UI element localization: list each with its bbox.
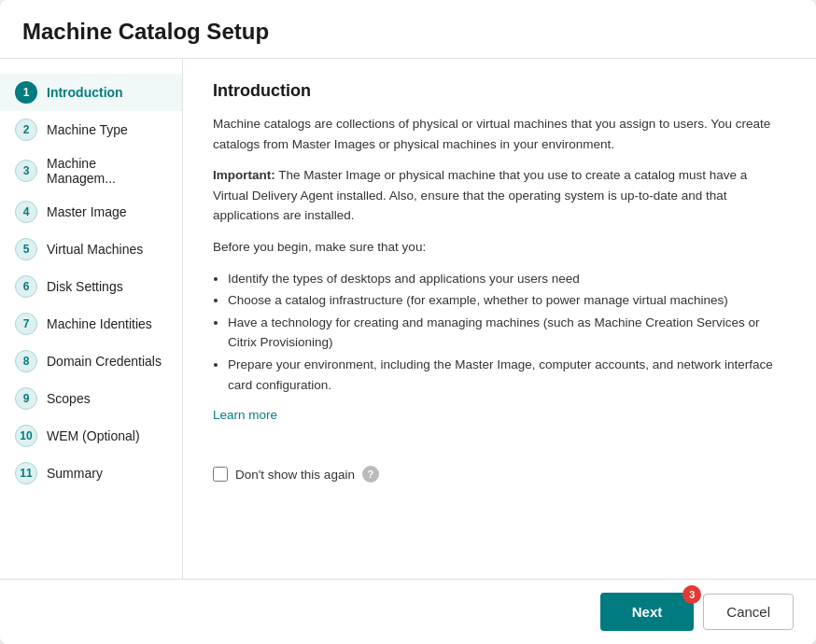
sidebar-item-wem[interactable]: 10 WEM (Optional)	[0, 417, 182, 455]
sidebar-label-10: WEM (Optional)	[47, 428, 140, 443]
sidebar-item-machine-type[interactable]: 2 Machine Type	[0, 111, 182, 148]
dialog-body: 1 Introduction 2 Machine Type 3 Machine …	[0, 59, 816, 579]
main-content: Introduction Machine catalogs are collec…	[183, 59, 816, 579]
dialog-header: Machine Catalog Setup	[0, 0, 816, 59]
sidebar-item-machine-management[interactable]: 3 Machine Managem...	[0, 148, 182, 193]
sidebar-item-virtual-machines[interactable]: 5 Virtual Machines	[0, 231, 182, 268]
step-badge-11: 11	[15, 462, 37, 484]
sidebar-item-domain-credentials[interactable]: 8 Domain Credentials	[0, 343, 182, 380]
step-badge-7: 7	[15, 313, 37, 335]
step-badge-8: 8	[15, 350, 37, 372]
step-badge-10: 10	[15, 425, 37, 447]
sidebar-item-master-image[interactable]: 4 Master Image	[0, 193, 182, 231]
learn-more-link[interactable]: Learn more	[213, 408, 277, 422]
step-badge-9: 9	[15, 387, 37, 410]
list-item: Prepare your environment, including the …	[228, 355, 786, 395]
content-title: Introduction	[213, 81, 786, 101]
list-item: Have a technology for creating and manag…	[228, 313, 786, 353]
sidebar-label-1: Introduction	[47, 85, 123, 100]
sidebar-item-machine-identities[interactable]: 7 Machine Identities	[0, 305, 182, 343]
sidebar-label-6: Disk Settings	[47, 279, 123, 294]
dont-show-checkbox[interactable]	[213, 467, 228, 482]
sidebar-item-summary[interactable]: 11 Summary	[0, 455, 182, 492]
list-item: Identify the types of desktops and appli…	[228, 269, 786, 289]
paragraph-2-rest: The Master Image or physical machine tha…	[213, 168, 747, 222]
next-button[interactable]: Next 3	[600, 593, 695, 631]
paragraph-2: Important: The Master Image or physical …	[213, 165, 786, 226]
list-item: Choose a catalog infrastructure (for exa…	[228, 290, 786, 311]
checkbox-row: Don't show this again ?	[213, 466, 786, 483]
content-section: Introduction Machine catalogs are collec…	[213, 81, 786, 436]
sidebar-item-introduction[interactable]: 1 Introduction	[0, 74, 182, 111]
content-body: Machine catalogs are collections of phys…	[213, 114, 786, 423]
sidebar-label-5: Virtual Machines	[47, 242, 143, 257]
sidebar-label-8: Domain Credentials	[47, 354, 162, 369]
paragraph-3: Before you begin, make sure that you:	[213, 237, 786, 258]
dialog-title: Machine Catalog Setup	[22, 19, 794, 45]
dialog: Machine Catalog Setup 1 Introduction 2 M…	[0, 0, 816, 644]
dont-show-label: Don't show this again	[235, 468, 355, 482]
sidebar-label-2: Machine Type	[47, 122, 128, 137]
step-badge-6: 6	[15, 275, 37, 298]
step-badge-2: 2	[15, 119, 37, 141]
sidebar-label-4: Master Image	[47, 204, 127, 219]
notification-badge: 3	[682, 585, 701, 604]
sidebar-item-scopes[interactable]: 9 Scopes	[0, 380, 182, 417]
sidebar-label-7: Machine Identities	[47, 316, 152, 331]
step-badge-5: 5	[15, 238, 37, 260]
step-badge-3: 3	[15, 160, 37, 182]
step-badge-4: 4	[15, 201, 37, 223]
cancel-button[interactable]: Cancel	[703, 594, 794, 630]
bullet-list: Identify the types of desktops and appli…	[228, 269, 786, 396]
sidebar-label-3: Machine Managem...	[47, 156, 167, 186]
sidebar-label-9: Scopes	[47, 391, 91, 406]
paragraph-1: Machine catalogs are collections of phys…	[213, 114, 786, 154]
sidebar-item-disk-settings[interactable]: 6 Disk Settings	[0, 268, 182, 305]
sidebar-label-11: Summary	[47, 466, 103, 481]
step-badge-1: 1	[15, 81, 37, 104]
paragraph-2-strong: Important:	[213, 168, 275, 182]
sidebar: 1 Introduction 2 Machine Type 3 Machine …	[0, 59, 183, 579]
help-icon[interactable]: ?	[362, 466, 379, 483]
dialog-footer: Next 3 Cancel	[0, 579, 816, 644]
